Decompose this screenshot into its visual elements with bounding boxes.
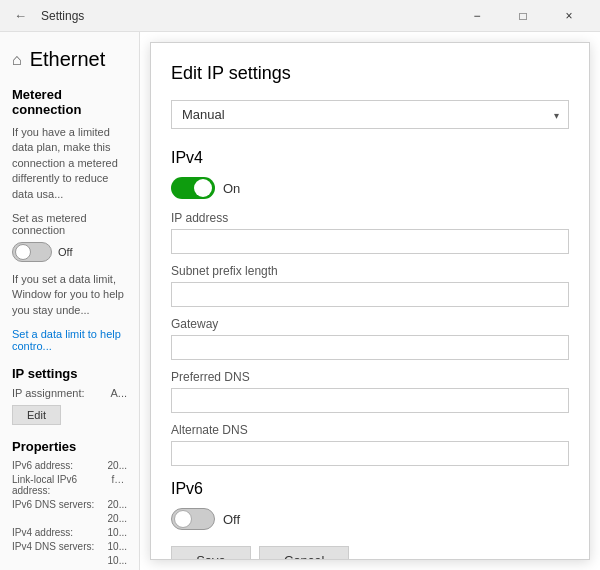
ipv6-toggle-label: Off [223, 512, 240, 527]
back-button[interactable]: ← [8, 6, 33, 25]
ipv4-toggle-label: On [223, 181, 240, 196]
home-icon[interactable]: ⌂ [12, 51, 22, 69]
alternate-dns-input[interactable] [171, 441, 569, 466]
gateway-label: Gateway [171, 317, 569, 331]
close-button[interactable]: × [546, 0, 592, 32]
mode-dropdown-wrapper: Manual Automatic (DHCP) ▾ [171, 100, 569, 129]
metered-section-title: Metered connection [12, 87, 127, 117]
dialog-title: Edit IP settings [171, 63, 569, 84]
prop-ipv6-dns: IPv6 DNS servers: 20... [12, 499, 127, 510]
gateway-input[interactable] [171, 335, 569, 360]
metered-toggle-container: Off [12, 242, 127, 262]
prop-ipv4-dns2-label [12, 555, 82, 566]
ipv4-toggle-row: On [171, 177, 569, 199]
ipv6-section-header: IPv6 [171, 480, 569, 498]
dialog-footer: Save Cancel [171, 546, 569, 560]
prop-ipv4-dns2-value: 10... [108, 555, 127, 566]
minimize-button[interactable]: − [454, 0, 500, 32]
prop-link-local-label: Link-local IPv6 address: [12, 474, 111, 496]
set-metered-label: Set as metered connection [12, 212, 127, 236]
save-button[interactable]: Save [171, 546, 251, 560]
left-panel: ⌂ Ethernet Metered connection If you hav… [0, 32, 140, 570]
prop-ipv6-dns-value: 20... [108, 499, 127, 510]
ipv4-section-header: IPv4 [171, 149, 569, 167]
mode-dropdown-row: Manual Automatic (DHCP) ▾ [171, 100, 569, 129]
subnet-label: Subnet prefix length [171, 264, 569, 278]
prop-ipv4-dns-label: IPv4 DNS servers: [12, 541, 94, 552]
ip-assignment-value: A... [110, 387, 127, 399]
alternate-dns-label: Alternate DNS [171, 423, 569, 437]
prop-ipv4-dns-value: 10... [108, 541, 127, 552]
maximize-button[interactable]: □ [500, 0, 546, 32]
preferred-dns-input[interactable] [171, 388, 569, 413]
properties-title: Properties [12, 439, 127, 454]
title-bar: ← Settings − □ × [0, 0, 600, 32]
page-title-area: ⌂ Ethernet [12, 48, 127, 71]
prop-ipv4-dns2: 10... [12, 555, 127, 566]
title-bar-left: ← Settings [8, 6, 84, 25]
prop-ipv4-dns: IPv4 DNS servers: 10... [12, 541, 127, 552]
main-layout: ⌂ Ethernet Metered connection If you hav… [0, 32, 600, 570]
data-limit-link[interactable]: Set a data limit to help contro... [12, 328, 127, 352]
right-panel: Edit IP settings Manual Automatic (DHCP)… [140, 32, 600, 570]
prop-link-local-value: fe... [111, 474, 127, 496]
prop-ipv6-value: 20... [108, 460, 127, 471]
prop-ipv6-dns-label: IPv6 DNS servers: [12, 499, 94, 510]
metered-toggle[interactable] [12, 242, 52, 262]
nav-buttons: ← [8, 6, 33, 25]
edit-ip-dialog: Edit IP settings Manual Automatic (DHCP)… [150, 42, 590, 560]
ip-settings-title: IP settings [12, 366, 127, 381]
page-title: Ethernet [30, 48, 106, 71]
prop-link-local: Link-local IPv6 address: fe... [12, 474, 127, 496]
prop-ipv6-label: IPv6 address: [12, 460, 82, 471]
ipv6-toggle-row: Off [171, 508, 569, 530]
prop-ipv6-dns2-value: 20... [108, 513, 127, 524]
ip-assignment-row: IP assignment: A... [12, 387, 127, 399]
window-controls: − □ × [454, 0, 592, 32]
metered-note: If you set a data limit, Window for you … [12, 272, 127, 318]
edit-button[interactable]: Edit [12, 405, 61, 425]
metered-desc: If you have a limited data plan, make th… [12, 125, 127, 202]
prop-ipv4-label: IPv4 address: [12, 527, 82, 538]
prop-ipv4-value: 10... [108, 527, 127, 538]
ip-assignment-label: IP assignment: [12, 387, 85, 399]
prop-ipv6-address: IPv6 address: 20... [12, 460, 127, 471]
metered-toggle-label: Off [58, 246, 72, 258]
preferred-dns-label: Preferred DNS [171, 370, 569, 384]
ipv6-toggle[interactable] [171, 508, 215, 530]
prop-ipv6-dns2-label [12, 513, 82, 524]
ip-address-label: IP address [171, 211, 569, 225]
ipv4-toggle[interactable] [171, 177, 215, 199]
prop-ipv4-address: IPv4 address: 10... [12, 527, 127, 538]
ip-address-input[interactable] [171, 229, 569, 254]
cancel-button[interactable]: Cancel [259, 546, 349, 560]
window-title: Settings [41, 9, 84, 23]
prop-ipv6-dns2: 20... [12, 513, 127, 524]
mode-dropdown[interactable]: Manual Automatic (DHCP) [171, 100, 569, 129]
subnet-input[interactable] [171, 282, 569, 307]
